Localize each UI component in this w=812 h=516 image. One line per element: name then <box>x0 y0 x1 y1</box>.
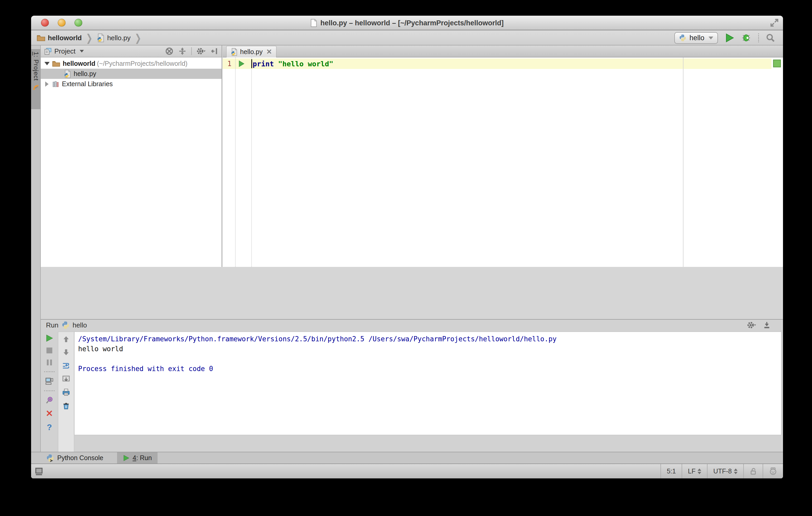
soft-wrap-icon[interactable] <box>62 362 70 369</box>
run-toolbar-left: ✕ ? <box>41 331 58 452</box>
document-icon <box>310 19 317 27</box>
inspector-face-icon <box>769 467 777 476</box>
python-file-icon <box>64 70 71 78</box>
console-line: hello world <box>78 344 781 354</box>
project-view-icon <box>44 48 52 55</box>
toolbar-separator <box>191 47 192 55</box>
project-panel-header: Project <box>41 45 222 57</box>
encoding-widget[interactable]: UTF-8 <box>707 464 743 478</box>
pause-button[interactable] <box>46 359 53 366</box>
tree-expanded-icon[interactable] <box>45 62 50 65</box>
encoding-value: UTF-8 <box>713 467 732 475</box>
toolbar-separator <box>758 33 759 42</box>
settings-gear-icon[interactable] <box>747 321 756 330</box>
zoom-window-button[interactable] <box>75 19 82 27</box>
up-stacktrace-icon[interactable] <box>62 336 70 343</box>
code-keyword: print <box>253 60 274 68</box>
scroll-from-source-icon[interactable] <box>165 47 173 55</box>
chevron-right-icon: ❯ <box>133 32 143 44</box>
hide-panel-icon[interactable] <box>763 321 771 329</box>
breadcrumb: helloworld ❯ hello.py ❯ <box>31 33 143 42</box>
tree-row-file-selected[interactable]: hello.py <box>41 69 222 79</box>
chevron-right-icon: ❯ <box>84 32 94 44</box>
collapse-all-icon[interactable] <box>178 47 186 55</box>
console-toolbar <box>58 332 74 452</box>
python-file-icon <box>97 33 105 42</box>
inspection-status-indicator[interactable] <box>773 60 781 67</box>
scroll-to-end-icon[interactable] <box>62 375 70 383</box>
tree-root-path: (~/PycharmProjects/helloworld) <box>97 60 187 67</box>
right-margin-guide <box>683 57 684 267</box>
console-output[interactable]: /System/Library/Frameworks/Python.framew… <box>74 332 781 435</box>
bottom-tool-window-bar: Python Console 4: Run <box>31 452 783 463</box>
editor-tab-hello-py[interactable]: hello.py ✕ <box>226 46 277 57</box>
toggle-tool-window-bars-icon[interactable] <box>31 467 43 476</box>
project-panel-title[interactable]: Project <box>54 47 76 55</box>
tree-collapsed-icon[interactable] <box>45 82 49 87</box>
readonly-lock-widget[interactable] <box>743 464 763 478</box>
print-icon[interactable] <box>62 388 70 396</box>
close-button[interactable]: ✕ <box>46 409 53 418</box>
highlighting-level-widget[interactable] <box>763 464 783 478</box>
close-tab-icon[interactable]: ✕ <box>266 48 272 56</box>
editor-area: hello.py ✕ 1 print "hello world" <box>223 45 783 267</box>
run-panel-header: Run hello <box>41 320 783 331</box>
console-line: Process finished with exit code 0 <box>78 364 781 374</box>
chevron-down-icon <box>708 36 713 39</box>
rerun-button[interactable] <box>46 334 53 342</box>
line-separator-value: LF <box>688 467 695 475</box>
code-editor[interactable]: 1 print "hello world" <box>223 57 783 267</box>
down-stacktrace-icon[interactable] <box>62 348 70 356</box>
folder-icon <box>37 34 45 41</box>
text-caret <box>251 59 252 68</box>
left-tool-window-stripe: 1: Project <box>31 45 41 463</box>
restore-layout-button[interactable] <box>45 377 54 385</box>
navigation-bar: helloworld ❯ hello.py ❯ <box>31 31 783 45</box>
breadcrumb-project[interactable]: helloworld <box>48 34 82 42</box>
settings-gear-icon[interactable] <box>197 47 206 56</box>
close-window-button[interactable] <box>41 19 49 27</box>
run-line-marker-icon[interactable] <box>231 60 251 67</box>
tab-python-console-label: Python Console <box>57 454 104 462</box>
chevron-down-icon[interactable] <box>80 50 84 53</box>
tree-row-root[interactable]: helloworld (~/PycharmProjects/helloworld… <box>41 59 222 69</box>
toolbar-separator <box>44 371 55 372</box>
title-bar[interactable]: hello.py – helloworld – [~/PycharmProjec… <box>31 16 783 30</box>
line-separator-widget[interactable]: LF <box>682 464 707 478</box>
tab-run-mnemonic: 4 <box>133 454 136 461</box>
project-tab-label: : Project <box>33 55 40 81</box>
run-configuration-select[interactable]: hello <box>674 32 718 44</box>
run-button[interactable] <box>725 33 734 42</box>
breadcrumb-file[interactable]: hello.py <box>107 34 130 42</box>
toolbar-separator <box>44 390 55 391</box>
stop-button[interactable] <box>46 347 53 354</box>
hide-panel-icon[interactable] <box>210 47 219 55</box>
project-tool-window: Project <box>41 45 222 267</box>
caret-position-widget[interactable]: 5:1 <box>661 464 682 478</box>
python-icon <box>62 321 69 329</box>
debug-button[interactable] <box>741 33 751 42</box>
run-panel-config-name: hello <box>72 321 87 329</box>
pycharm-window: hello.py – helloworld – [~/PycharmProjec… <box>31 16 783 478</box>
window-title: hello.py – helloworld – [~/PycharmProjec… <box>320 19 503 27</box>
tab-python-console[interactable]: Python Console <box>40 452 109 463</box>
minimize-window-button[interactable] <box>58 19 65 27</box>
project-tab-mnemonic: 1 <box>33 52 40 55</box>
project-tree: helloworld (~/PycharmProjects/helloworld… <box>41 57 222 89</box>
inspection-marker-column <box>772 57 783 267</box>
traffic-lights <box>31 19 82 27</box>
python-icon <box>679 34 686 41</box>
python-console-icon <box>46 454 54 462</box>
pin-button[interactable] <box>46 396 53 404</box>
tab-run[interactable]: 4: Run <box>117 452 158 463</box>
fullscreen-resize-icon[interactable] <box>770 18 779 27</box>
help-button[interactable]: ? <box>47 423 52 432</box>
tree-row-external-libraries[interactable]: External Libraries <box>41 79 222 89</box>
unlock-icon <box>750 467 757 475</box>
search-icon[interactable] <box>766 33 775 42</box>
tree-root-name: helloworld <box>63 60 95 67</box>
code-string: "hello world" <box>278 60 334 68</box>
clear-console-icon[interactable] <box>62 402 70 410</box>
sidebar-item-project-tab[interactable]: 1: Project <box>31 49 41 109</box>
run-tool-window: Run hello <box>41 319 783 452</box>
